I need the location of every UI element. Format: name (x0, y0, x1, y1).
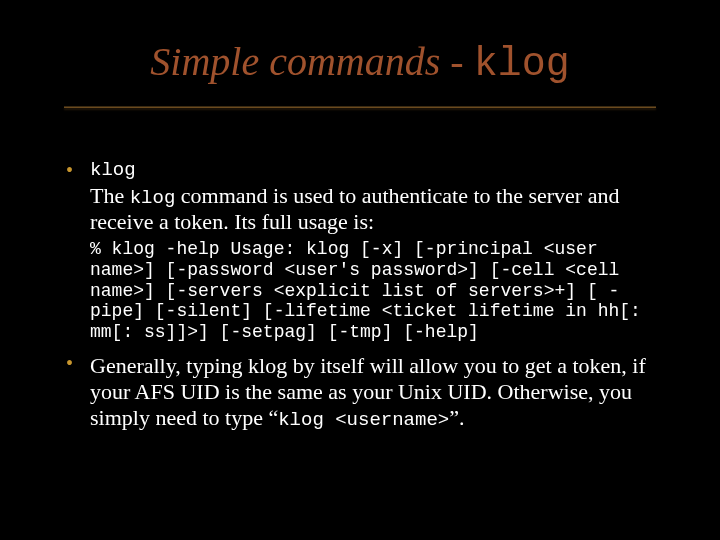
title-command: klog (474, 42, 570, 87)
general-text-after: ”. (449, 405, 464, 430)
title-underline (64, 106, 656, 108)
bullet-general: Generally, typing klog by itself will al… (64, 353, 656, 433)
slide-body: klog The klog command is used to authent… (64, 160, 656, 442)
bullet-list: klog The klog command is used to authent… (64, 160, 656, 432)
bullet-klog-head: klog (90, 160, 656, 181)
desc-text-1: The (90, 183, 130, 208)
klog-usage-block: % klog -help Usage: klog [-x] [-principa… (90, 239, 656, 342)
slide-title: Simple commands - klog (0, 38, 720, 87)
bullet-klog-desc: The klog command is used to authenticate… (90, 183, 656, 235)
slide: Simple commands - klog klog The klog com… (0, 0, 720, 540)
desc-mono: klog (130, 187, 176, 209)
title-prefix: Simple commands - (150, 39, 473, 84)
bullet-general-text: Generally, typing klog by itself will al… (90, 353, 656, 433)
bullet-klog: klog The klog command is used to authent… (64, 160, 656, 343)
general-mono: klog <username> (278, 409, 449, 431)
